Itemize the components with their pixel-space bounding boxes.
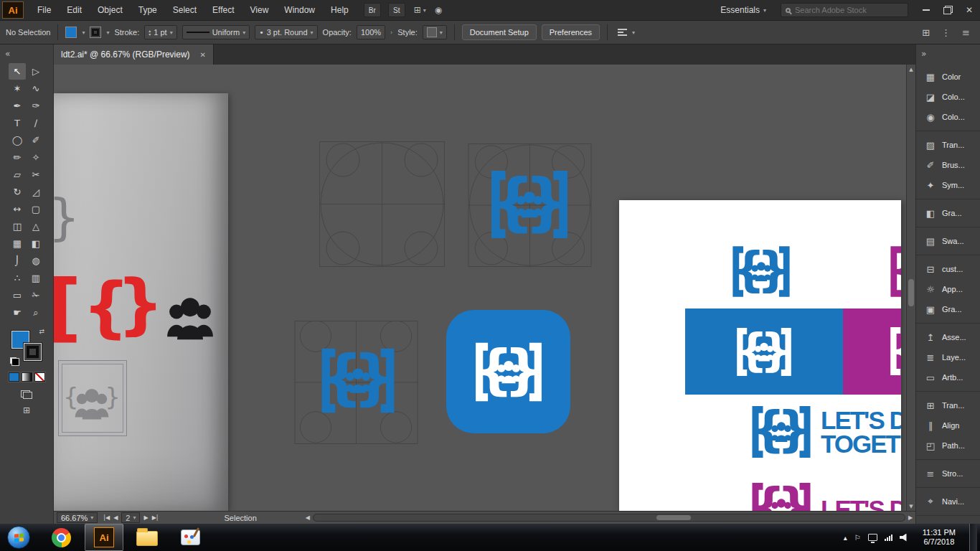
screen-mode-icon[interactable]: ⊞	[23, 405, 30, 415]
gpu-performance-button[interactable]: ◉	[435, 5, 442, 15]
panel-item-pathfinder[interactable]: ◰Path...	[916, 435, 980, 456]
panel-item-navigator[interactable]: ⌖Navi...	[916, 491, 980, 512]
width-profile-dropdown[interactable]: Uniform ▾	[182, 25, 250, 39]
menu-effect[interactable]: Effect	[204, 0, 242, 20]
start-button[interactable]	[0, 524, 37, 551]
none-chip[interactable]	[34, 372, 45, 382]
tools-dock-header[interactable]: «	[0, 44, 53, 63]
eraser-tool[interactable]: ▱	[9, 166, 26, 183]
taskbar-clock[interactable]: 11:31 PM 6/7/2018	[916, 528, 962, 547]
menu-help[interactable]: Help	[323, 0, 357, 20]
first-artboard-icon[interactable]: |◀	[103, 514, 110, 521]
taskbar-chrome-button[interactable]	[42, 524, 80, 551]
blend-tool[interactable]: ◍	[27, 253, 44, 269]
close-button[interactable]: ✕	[958, 0, 980, 20]
menu-view[interactable]: View	[242, 0, 277, 20]
panel-item-stroke[interactable]: ≡Stro...	[916, 463, 980, 484]
scroll-up-icon[interactable]: ▲	[907, 65, 915, 74]
stroke-color-swatch[interactable]	[90, 27, 101, 38]
fill-color-swatch[interactable]	[65, 27, 77, 38]
hand-tool[interactable]: ☛	[9, 304, 26, 321]
pencil-tool[interactable]: ✏	[9, 149, 26, 166]
menu-select[interactable]: Select	[165, 0, 204, 20]
mesh-tool[interactable]: ▦	[9, 235, 26, 252]
blue-lockup[interactable]: LET'S D TOGETH	[749, 404, 901, 460]
shape-builder-tool[interactable]: ◫	[9, 218, 26, 235]
magenta-banner[interactable]	[843, 309, 901, 395]
artboard-number-dropdown[interactable]: 2 ▾	[121, 512, 140, 523]
panel-item-custom[interactable]: ⊟cust...	[916, 259, 980, 279]
selection-tool[interactable]: ↖	[9, 63, 26, 80]
curvature-tool[interactable]: ✑	[27, 98, 44, 114]
show-hidden-icons[interactable]: ▴	[844, 534, 847, 542]
gradient-tool[interactable]: ◧	[27, 235, 44, 252]
free-transform-tool[interactable]: ▢	[27, 201, 44, 217]
color-chip[interactable]	[9, 372, 19, 382]
brush-dropdown[interactable]: • 3 pt. Round ▾	[255, 25, 317, 39]
horizontal-scrollbar[interactable]: ◀ ▶	[303, 512, 915, 524]
magic-wand-tool[interactable]: ✶	[9, 80, 26, 97]
panel-item-swatches[interactable]: ▤Swa...	[916, 231, 980, 251]
document-setup-button[interactable]: Document Setup	[462, 24, 537, 40]
previous-artboard-icon[interactable]: ◀	[113, 514, 118, 521]
artboard-tool[interactable]: ▭	[9, 287, 26, 303]
arrange-documents-button[interactable]: ⊞ ▾	[414, 5, 426, 15]
scroll-down-icon[interactable]: ▼	[907, 501, 915, 511]
last-artboard-icon[interactable]: ▶|	[152, 514, 159, 521]
search-input[interactable]	[795, 6, 903, 14]
blue-logo[interactable]	[730, 244, 793, 299]
perspective-grid-tool[interactable]: △	[27, 218, 44, 235]
lasso-tool[interactable]: ∿	[27, 80, 44, 97]
panel-item-color[interactable]: ▦Color	[916, 67, 980, 87]
type-tool[interactable]: T	[9, 115, 26, 131]
construction-grid-empty[interactable]	[319, 141, 445, 267]
magenta-logo-clipped[interactable]	[887, 244, 901, 299]
panel-item-color-guide[interactable]: ◪Colo...	[916, 87, 980, 107]
panel-item-color-themes[interactable]: ◉Colo...	[916, 107, 980, 127]
paintbrush-tool[interactable]: ✐	[27, 132, 44, 149]
panel-item-gradient[interactable]: ◧Gra...	[916, 203, 980, 223]
panel-item-align[interactable]: ∥Align	[916, 415, 980, 435]
menu-file[interactable]: File	[29, 0, 59, 20]
magenta-lockup[interactable]: LET'S D	[749, 481, 901, 511]
bridge-button[interactable]: Br	[364, 3, 381, 17]
list-view-icon[interactable]: ≡	[962, 27, 970, 38]
canvas[interactable]: } [ { } { }	[54, 65, 915, 511]
drawing-mode-icon[interactable]	[21, 390, 32, 399]
menu-edit[interactable]: Edit	[59, 0, 90, 20]
line-segment-tool[interactable]: ∕	[27, 115, 44, 131]
vertical-scroll-thumb[interactable]	[908, 279, 914, 306]
panel-item-artboards[interactable]: ▭Artb...	[916, 367, 980, 387]
scale-tool[interactable]: ◿	[27, 184, 44, 200]
opacity-field[interactable]: 100%	[357, 25, 385, 39]
logo-on-grid[interactable]	[487, 168, 572, 241]
menu-type[interactable]: Type	[131, 0, 165, 20]
restore-button[interactable]	[937, 0, 958, 20]
eyedropper-tool[interactable]: ⌡	[9, 253, 26, 269]
style-dropdown[interactable]: ▾	[423, 25, 447, 39]
width-tool[interactable]: ↔	[9, 201, 26, 217]
horizontal-scroll-track[interactable]	[313, 514, 905, 522]
stroke-weight-stepper[interactable]: ▴▾	[149, 29, 151, 36]
swap-fill-stroke-icon[interactable]: ⇄	[39, 328, 44, 335]
panel-dock-header[interactable]: »	[916, 44, 980, 63]
preferences-button[interactable]: Preferences	[542, 24, 600, 40]
display-icon[interactable]	[868, 534, 877, 541]
panel-item-appearance[interactable]: ☼App...	[916, 279, 980, 299]
panel-item-symbols[interactable]: ✦Sym...	[916, 175, 980, 195]
logo-on-grid-2[interactable]	[318, 346, 398, 415]
dock-grid-icon[interactable]: ⊞	[922, 27, 930, 38]
rotate-tool[interactable]: ↻	[9, 184, 26, 200]
direct-selection-tool[interactable]: ▷	[27, 63, 44, 80]
align-options-icon[interactable]	[618, 29, 627, 36]
next-artboard-icon[interactable]: ▶	[143, 514, 148, 521]
horizontal-scroll-thumb[interactable]	[656, 515, 691, 520]
panel-options-icon[interactable]: ⋮	[941, 27, 951, 38]
menu-window[interactable]: Window	[276, 0, 323, 20]
minimize-button[interactable]	[915, 0, 937, 20]
shaper-tool[interactable]: ✧	[27, 149, 44, 166]
pen-tool[interactable]: ✒	[9, 98, 26, 114]
stroke-color-chip[interactable]	[24, 343, 42, 361]
taskbar-explorer-button[interactable]	[128, 524, 166, 551]
menu-object[interactable]: Object	[90, 0, 131, 20]
